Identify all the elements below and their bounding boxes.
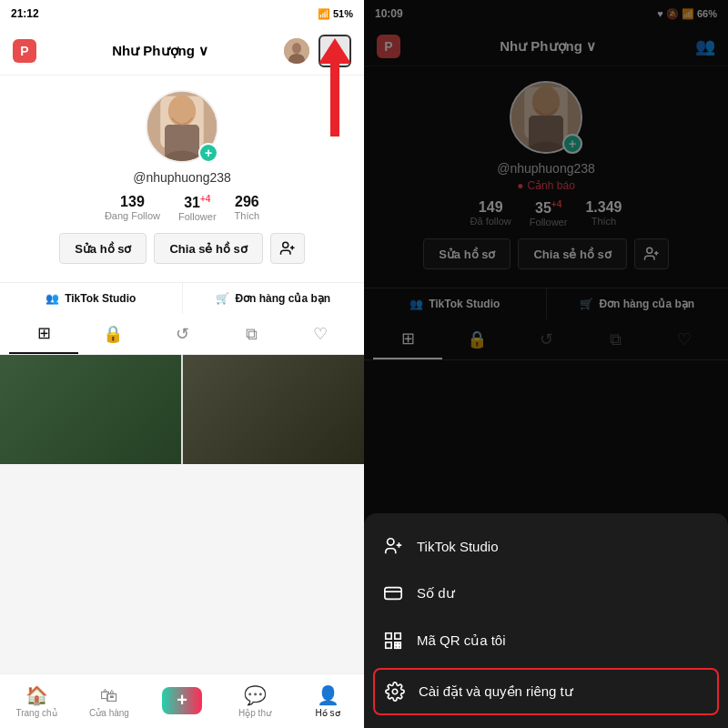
dropdown-qr-label: Mã QR của tôi xyxy=(417,632,506,649)
shop-icon: 🛍 xyxy=(100,685,118,706)
left-header: P Như Phượng ∨ ≡ xyxy=(0,27,364,76)
tab-repost[interactable]: ↺ xyxy=(147,314,217,354)
content-thumb-2[interactable] xyxy=(183,355,364,464)
header-avatar xyxy=(284,38,309,64)
dropdown-balance[interactable]: Số dư xyxy=(364,570,728,617)
edit-profile-button[interactable]: Sửa hồ sơ xyxy=(59,233,147,264)
svg-rect-22 xyxy=(395,633,400,639)
svg-rect-23 xyxy=(386,642,391,648)
dropdown-settings-label: Cài đặt và quyền riêng tư xyxy=(419,683,573,700)
dropdown-studio-icon xyxy=(382,535,404,557)
following-count: 139 xyxy=(120,194,145,210)
right-panel: 10:09 ♥ 🔕 📶 66% P Như Phượng ∨ 👥 xyxy=(364,0,728,728)
chevron-down-icon: ∨ xyxy=(198,43,208,59)
add-friend-button[interactable] xyxy=(270,233,305,264)
nav-inbox[interactable]: 💬 Hộp thư xyxy=(218,684,291,718)
left-bottom-nav: 🏠 Trang chủ 🛍 Cửa hàng + 💬 Hộp thư 👤 Hồ … xyxy=(0,673,364,728)
left-header-right: ≡ xyxy=(284,35,351,67)
home-icon: 🏠 xyxy=(25,684,48,706)
add-post-button[interactable]: + xyxy=(162,687,202,714)
content-tabs: ⊞ 🔒 ↺ ⧉ ♡ xyxy=(0,314,364,355)
left-username-header: Như Phượng ∨ xyxy=(112,43,208,59)
tiktok-studio-item[interactable]: 👥 TikTok Studio xyxy=(0,283,183,314)
svg-rect-27 xyxy=(399,646,401,649)
nav-shop-label: Cửa hàng xyxy=(89,708,129,718)
dropdown-balance-icon xyxy=(382,582,404,604)
svg-rect-21 xyxy=(386,633,391,639)
profile-username: @nhuphuong238 xyxy=(133,170,231,185)
left-status-bar: 21:12 📶 51% xyxy=(0,0,364,27)
tab-private[interactable]: 🔒 xyxy=(78,314,147,354)
stats-row: 139 Đang Follow 31+4 Follower 296 Thích xyxy=(105,194,259,222)
content-grid xyxy=(0,355,364,464)
profile-nav-icon: 👤 xyxy=(317,684,339,706)
svg-rect-24 xyxy=(395,642,398,645)
likes-label: Thích xyxy=(235,210,260,221)
battery-signal-icon: 📶 51% xyxy=(318,8,353,20)
left-status-icons: 📶 51% xyxy=(318,8,353,20)
orders-item[interactable]: 🛒 Đơn hàng của bạn xyxy=(183,283,365,314)
inbox-icon: 💬 xyxy=(244,684,267,706)
studio-label: TikTok Studio xyxy=(65,292,136,305)
p-icon: P xyxy=(13,39,36,63)
share-profile-button[interactable]: Chia sẻ hồ sơ xyxy=(154,233,262,264)
stat-followers: 31+4 Follower xyxy=(178,194,217,222)
svg-point-5 xyxy=(168,96,196,126)
stat-likes: 296 Thích xyxy=(235,194,260,222)
svg-rect-25 xyxy=(399,642,401,645)
svg-point-19 xyxy=(388,539,394,545)
dropdown-qr-icon xyxy=(382,630,404,652)
dropdown-balance-label: Số dư xyxy=(417,585,455,602)
left-profile-section: + @nhuphuong238 139 Đang Follow 31+4 Fol… xyxy=(0,76,364,282)
dark-overlay xyxy=(364,0,728,546)
profile-avatar-wrap: + xyxy=(146,90,218,163)
left-time: 21:12 xyxy=(11,7,39,20)
nav-profile-label: Hồ sơ xyxy=(316,708,340,718)
dropdown-settings[interactable]: Cài đặt và quyền riêng tư xyxy=(373,668,719,715)
orders-icon: 🛒 xyxy=(216,292,229,305)
tab-liked[interactable]: ♡ xyxy=(286,314,355,354)
orders-label: Đơn hàng của bạn xyxy=(235,292,330,305)
nav-inbox-label: Hộp thư xyxy=(238,708,271,718)
dropdown-settings-icon xyxy=(384,681,406,703)
menu-button[interactable]: ≡ xyxy=(318,35,351,67)
svg-point-1 xyxy=(292,43,301,54)
tab-grid[interactable]: ⊞ xyxy=(9,314,78,354)
followers-label: Follower xyxy=(178,211,217,222)
nav-home-label: Trang chủ xyxy=(15,708,56,718)
dropdown-qr[interactable]: Mã QR của tôi xyxy=(364,617,728,664)
followers-count: 31+4 xyxy=(184,194,210,211)
add-avatar-button[interactable]: + xyxy=(198,143,218,163)
svg-rect-26 xyxy=(395,646,398,649)
content-thumb-1[interactable] xyxy=(0,355,181,464)
dropdown-menu: TikTok Studio Số dư xyxy=(364,513,728,728)
nav-shop[interactable]: 🛍 Cửa hàng xyxy=(73,685,146,718)
nav-home[interactable]: 🏠 Trang chủ xyxy=(0,684,73,718)
tiktok-studio-row: 👥 TikTok Studio 🛒 Đơn hàng của bạn xyxy=(0,282,364,314)
stat-following: 139 Đang Follow xyxy=(105,194,160,222)
studio-icon: 👥 xyxy=(46,292,59,305)
likes-count: 296 xyxy=(235,194,259,210)
svg-point-8 xyxy=(283,243,288,248)
dropdown-studio-label: TikTok Studio xyxy=(417,539,498,554)
following-label: Đang Follow xyxy=(105,210,160,221)
tab-saved[interactable]: ⧉ xyxy=(217,314,286,354)
nav-add-post[interactable]: + xyxy=(146,687,218,716)
dropdown-tiktok-studio[interactable]: TikTok Studio xyxy=(364,522,728,570)
svg-point-28 xyxy=(392,689,398,694)
left-panel: 21:12 📶 51% P Như Phượng ∨ ≡ xyxy=(0,0,364,728)
nav-profile[interactable]: 👤 Hồ sơ xyxy=(291,684,364,718)
svg-rect-20 xyxy=(385,588,401,600)
action-buttons: Sửa hồ sơ Chia sẻ hồ sơ xyxy=(0,233,364,264)
